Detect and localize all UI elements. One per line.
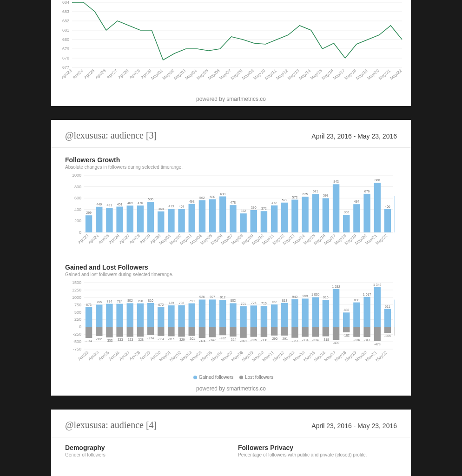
svg-text:800: 800 [74, 185, 81, 189]
svg-rect-314 [353, 327, 360, 337]
svg-text:678: 678 [62, 56, 69, 60]
svg-text:940: 940 [292, 295, 298, 298]
svg-text:-353: -353 [106, 339, 112, 342]
section-title: @lexususa: audience [4] [65, 420, 157, 430]
svg-text:-316: -316 [168, 337, 174, 341]
svg-text:598: 598 [323, 194, 329, 197]
svg-text:Apr/29: Apr/29 [139, 350, 152, 362]
svg-text:-750: -750 [73, 347, 81, 351]
svg-text:May/12: May/12 [275, 68, 289, 81]
svg-text:May/02: May/02 [162, 68, 175, 81]
svg-rect-250 [343, 312, 350, 327]
svg-text:May/15: May/15 [310, 68, 323, 81]
powered-by-label: powered by smartmetrics.co [51, 90, 411, 106]
privacy-block: Followers Privacy Percentage of follower… [238, 444, 397, 476]
svg-text:488: 488 [343, 308, 349, 311]
svg-text:580: 580 [210, 195, 215, 198]
svg-rect-296 [261, 327, 267, 337]
svg-rect-120 [251, 210, 257, 232]
svg-rect-132 [312, 194, 319, 232]
svg-text:522: 522 [282, 198, 287, 202]
svg-text:736: 736 [179, 301, 185, 304]
svg-text:912: 912 [220, 296, 225, 299]
svg-text:-478: -478 [374, 343, 381, 346]
svg-text:671: 671 [313, 190, 318, 193]
svg-text:Apr/26: Apr/26 [108, 233, 120, 245]
svg-rect-258 [384, 309, 391, 327]
svg-rect-92 [106, 208, 112, 232]
svg-text:-374: -374 [86, 339, 92, 343]
svg-text:400: 400 [74, 207, 81, 212]
chart-title: Followers Privacy [238, 444, 397, 451]
svg-text:Apr/24: Apr/24 [72, 68, 84, 80]
svg-rect-148 [395, 196, 395, 232]
svg-text:332: 332 [241, 209, 246, 212]
svg-text:May/22: May/22 [375, 350, 388, 363]
svg-text:Apr/23: Apr/23 [77, 350, 90, 362]
svg-rect-238 [281, 303, 288, 327]
svg-text:0: 0 [79, 230, 81, 235]
svg-text:682: 682 [62, 19, 69, 23]
svg-rect-226 [219, 300, 226, 327]
svg-text:926: 926 [199, 295, 205, 298]
svg-text:390: 390 [251, 206, 257, 209]
svg-text:710: 710 [261, 302, 267, 305]
svg-text:1 017: 1 017 [363, 293, 371, 296]
svg-text:810: 810 [148, 299, 153, 302]
svg-text:May/07: May/07 [218, 68, 232, 81]
chart-legend: Gained followers Lost followers [65, 372, 397, 380]
legend-dot-lost-icon [239, 376, 243, 379]
svg-text:684: 684 [62, 0, 69, 5]
svg-text:472: 472 [271, 201, 277, 205]
svg-text:-369: -369 [240, 339, 247, 343]
svg-text:Apr/28: Apr/28 [128, 233, 141, 245]
legend-gained: Gained followers [199, 375, 233, 380]
svg-text:1 346: 1 346 [373, 283, 382, 286]
svg-text:868: 868 [375, 178, 380, 182]
svg-text:431: 431 [107, 204, 112, 207]
followers-growth-block: Followers Growth Absolute changes in fol… [51, 148, 411, 255]
svg-text:Apr/27: Apr/27 [118, 350, 131, 362]
svg-rect-108 [189, 204, 195, 232]
svg-rect-144 [374, 183, 381, 232]
svg-rect-278 [168, 327, 174, 336]
svg-rect-304 [302, 327, 308, 337]
svg-text:-182: -182 [343, 334, 350, 337]
svg-rect-244 [312, 297, 319, 327]
svg-rect-204 [106, 304, 112, 327]
svg-text:-290: -290 [395, 337, 395, 340]
svg-text:-250: -250 [73, 332, 81, 337]
svg-rect-294 [251, 327, 257, 337]
svg-text:762: 762 [271, 300, 277, 304]
card-audience-4: @lexususa: audience [4] April 23, 2016 -… [51, 410, 411, 476]
svg-text:843: 843 [333, 180, 339, 183]
svg-text:-333: -333 [117, 338, 123, 341]
svg-rect-214 [158, 307, 164, 327]
svg-rect-300 [281, 327, 288, 335]
svg-text:Apr/28: Apr/28 [117, 68, 130, 80]
section-date-range: April 23, 2016 - May 23, 2016 [311, 422, 397, 430]
svg-rect-256 [374, 287, 381, 327]
svg-text:681: 681 [62, 28, 69, 33]
svg-rect-302 [291, 327, 298, 337]
svg-text:-324: -324 [230, 338, 236, 341]
svg-text:-500: -500 [73, 339, 81, 344]
svg-text:-290: -290 [271, 337, 277, 340]
svg-rect-90 [96, 207, 102, 232]
svg-rect-206 [116, 304, 123, 327]
svg-text:Apr/25: Apr/25 [98, 350, 110, 362]
svg-text:500: 500 [74, 310, 81, 315]
svg-text:799: 799 [189, 299, 195, 303]
svg-text:Apr/27: Apr/27 [118, 233, 131, 245]
svg-text:1500: 1500 [72, 280, 81, 285]
svg-text:-282: -282 [219, 337, 226, 340]
svg-rect-276 [158, 327, 164, 336]
svg-text:May/05: May/05 [196, 68, 209, 81]
svg-text:299: 299 [86, 211, 92, 214]
svg-text:1000: 1000 [72, 173, 81, 178]
svg-rect-208 [127, 303, 133, 327]
svg-text:683: 683 [62, 9, 69, 14]
svg-text:May/08: May/08 [230, 68, 243, 81]
svg-rect-264 [96, 327, 102, 336]
svg-rect-112 [209, 199, 216, 232]
